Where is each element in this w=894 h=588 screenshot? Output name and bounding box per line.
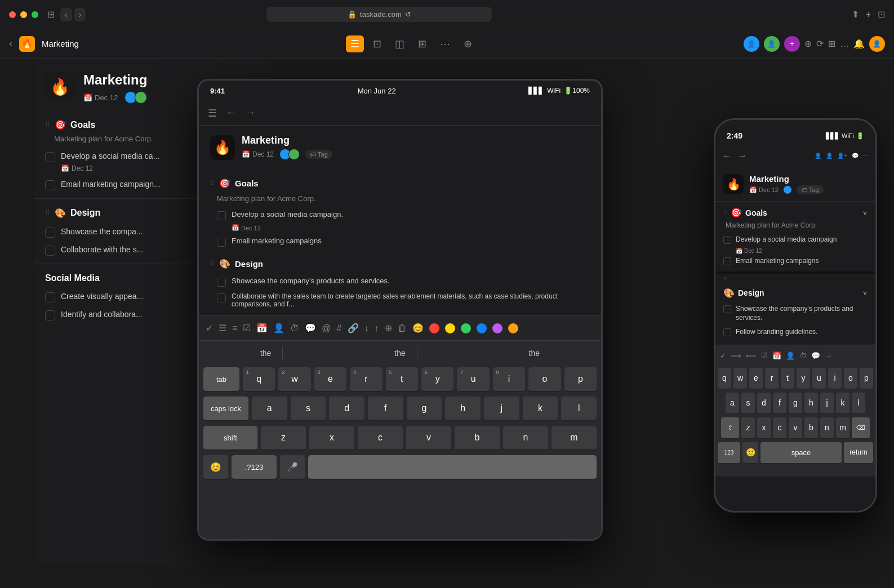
key-h[interactable]: h [445,397,481,421]
hashtag-icon[interactable]: # [337,323,342,333]
iphone-shift-key[interactable]: ⇧ [721,417,739,439]
key-n[interactable]: n [503,426,548,451]
ipad-tag[interactable]: 🏷 Tag [305,150,332,159]
key-l[interactable]: l [561,397,597,421]
task-checkbox-6[interactable] [45,310,55,320]
color-red[interactable] [429,323,439,333]
key-x[interactable]: x [309,426,354,451]
iphone-key-n[interactable]: n [820,417,834,439]
iphone-tag[interactable]: 🏷 Tag [797,185,824,194]
iphone-design-header[interactable]: 🎨 Design ∨ [723,288,868,299]
key-m[interactable]: m [551,426,597,451]
trash-icon[interactable]: 🗑 [398,323,407,333]
iphone-design-chevron[interactable]: ∨ [862,289,868,297]
checklist-icon[interactable]: ☑ [243,323,251,333]
drag-handle-icon[interactable]: ⠿ [45,209,50,217]
iphone-key-y[interactable]: y [797,368,810,389]
key-b[interactable]: b [455,426,500,451]
shift-key[interactable]: shift [203,426,257,451]
ipad-task-checkbox-3[interactable] [217,278,226,287]
iphone-key-l[interactable]: l [852,393,865,414]
iphone-key-h[interactable]: h [804,393,818,414]
key-d[interactable]: d [329,397,364,421]
nav-back-button[interactable]: ‹ [60,8,72,21]
share-icon[interactable]: ⬆ [852,9,859,20]
iphone-key-k[interactable]: k [836,393,849,414]
iphone-space-key[interactable]: space [760,442,842,464]
url-bar[interactable]: 🔒 taskade.com ↺ [266,7,492,22]
drag-handle-icon[interactable]: ⠿ [45,121,50,129]
key-r[interactable]: 4r [350,367,382,392]
user-avatar[interactable]: 👤 [869,36,885,52]
key-g[interactable]: g [407,397,442,421]
list-icon[interactable]: ☰ [219,323,226,333]
nav-forward-button[interactable]: › [74,8,86,21]
key-k[interactable]: k [523,397,558,421]
arrow-up-icon[interactable]: ↑ [375,323,379,333]
iphone-key-g[interactable]: g [789,393,802,414]
key-y[interactable]: 6y [421,367,453,392]
key-e[interactable]: 3e [314,367,346,392]
arrow-down-icon[interactable]: ↓ [364,323,369,333]
filter-icon[interactable]: ⊞ [828,38,835,49]
ipad-drag-icon[interactable]: ⠿ [210,180,215,187]
iphone-goals-header[interactable]: ⠿ 🎯 Goals ∨ [723,207,868,218]
iphone-delete-key[interactable]: ⌫ [852,417,870,439]
iphone-key-p[interactable]: p [860,368,873,389]
mic-key[interactable]: 🎤 [280,455,305,480]
iphone-key-t[interactable]: t [781,368,794,389]
iphone-key-q[interactable]: q [718,368,731,389]
tab-overview-icon[interactable]: ⊡ [878,9,885,20]
iphone-indent-icon[interactable]: ⟹ [731,351,741,360]
iphone-key-s[interactable]: s [741,393,755,414]
tab-key[interactable]: tab [203,367,239,392]
iphone-key-e[interactable]: e [749,368,763,389]
ipad-task-checkbox-1[interactable] [217,211,226,220]
sidebar-toggle-button[interactable]: ⊞ [47,9,55,20]
space-key[interactable] [308,455,597,480]
iphone-return-key[interactable]: return [844,442,873,464]
iphone-checkbox-1[interactable] [723,236,731,244]
key-f[interactable]: f [368,397,403,421]
color-green[interactable] [461,323,471,333]
key-a[interactable]: a [252,397,287,421]
workspace-back-button[interactable]: ‹ [9,38,12,50]
iphone-goals-chevron[interactable]: ∨ [862,209,868,217]
key-t[interactable]: 5t [386,367,418,392]
task-checkbox-4[interactable] [45,246,55,256]
iphone-key-z[interactable]: z [741,417,755,439]
view-org-button[interactable]: ⋯ [435,35,455,52]
key-p[interactable]: p [564,367,597,392]
iphone-timer-tool[interactable]: ⏱ [799,351,807,360]
ipad-menu-icon[interactable]: ☰ [208,107,217,119]
suggestion-3[interactable]: the [518,346,551,360]
iphone-checkbox-4[interactable] [723,328,731,336]
task-checkbox-5[interactable] [45,292,55,302]
iphone-key-i[interactable]: i [828,368,842,389]
task-checkbox-2[interactable] [45,180,55,190]
iphone-chat-tool[interactable]: 💬 [811,351,820,360]
ipad-design-drag-icon[interactable]: ⠿ [210,260,215,268]
iphone-key-f[interactable]: f [773,393,786,414]
check-icon[interactable]: ✓ [206,323,213,333]
task-checkbox-3[interactable] [45,228,55,238]
iphone-num-key[interactable]: 123 [718,442,740,464]
view-list-button[interactable]: ☰ [346,35,364,52]
key-s[interactable]: s [291,397,326,421]
iphone-chat-icon[interactable]: 💬 [852,153,859,159]
iphone-key-a[interactable]: a [726,393,739,414]
reload-icon[interactable]: ↺ [405,10,411,19]
chat-icon[interactable]: 💬 [305,323,316,333]
ipad-task-checkbox-2[interactable] [217,238,226,247]
color-purple[interactable] [492,323,502,333]
key-j[interactable]: j [484,397,519,421]
iphone-key-j[interactable]: j [820,393,834,414]
key-c[interactable]: c [358,426,403,451]
key-u[interactable]: 7u [457,367,489,392]
new-tab-icon[interactable]: + [866,10,871,20]
iphone-forward-btn[interactable]: → [738,151,747,161]
traffic-light-yellow[interactable] [20,11,27,18]
task-checkbox-1[interactable] [45,152,55,162]
more-icon[interactable]: … [840,39,849,49]
dotnum-key[interactable]: .?123 [232,455,277,480]
